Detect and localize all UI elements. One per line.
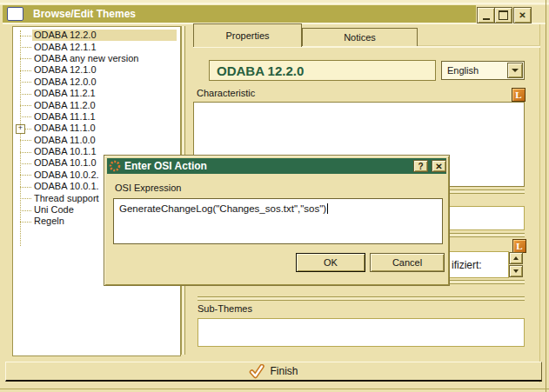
finish-button[interactable]: Finish [5,362,542,382]
chevron-up-icon [513,256,519,260]
language-value: English [447,65,479,76]
modified-label-fragment: ifiziert: [452,259,482,271]
osi-expression-input[interactable]: GenerateChangeLog("Changes_sos.txt","sos… [113,198,443,244]
close-button[interactable]: ✕ [513,7,532,23]
help-button[interactable]: ? [413,160,428,172]
tree-item[interactable]: ODABA 11.0.0 [13,135,177,146]
osi-expression-value: GenerateChangeLog("Changes_sos.txt","sos… [119,203,326,214]
language-badge-icon[interactable]: L [512,88,526,102]
osi-gear-icon [109,160,121,172]
text-caret [327,203,328,214]
spin-up-button[interactable] [509,252,523,264]
window-right-edge [539,24,540,382]
help-icon: ? [418,162,423,171]
language-combobox[interactable]: English [441,61,525,80]
finish-label: Finish [270,365,298,377]
theme-name-field[interactable]: ODABA 12.2.0 [209,60,436,81]
tree-item[interactable]: ODABA 11.1.1 [13,111,177,123]
dialog-titlebar: Enter OSI Action ? ✕ [107,158,446,174]
tab-properties[interactable]: Properties [193,23,302,47]
close-icon: ✕ [435,162,442,171]
chevron-down-icon [512,69,519,72]
checkmark-icon [249,364,264,379]
spin-down-button[interactable] [509,265,523,277]
window-bottom-border [0,389,549,389]
minimize-button[interactable] [477,7,495,23]
combo-dropdown-button[interactable] [507,63,523,78]
window-title: Browse/Edit Themes [33,5,136,23]
maximize-button[interactable] [494,7,512,23]
tree-item[interactable]: ODABA 12.2.0 [13,30,177,41]
date-spinner [509,252,523,277]
tree-item[interactable]: ODABA 12.1.0 [13,64,177,76]
titlebar: Browse/Edit Themes [3,5,476,23]
tree-item[interactable]: ODABA any new version [13,53,177,64]
cancel-button[interactable]: Cancel [370,253,445,272]
tree-item[interactable]: ODABA 12.1.1 [13,41,177,52]
window-top-highlight [0,3,549,4]
dialog-close-button[interactable]: ✕ [432,160,446,172]
characteristic-label: Characteristic [197,88,255,98]
tree-item[interactable]: ODABA 11.2.0 [13,99,177,110]
subthemes-input[interactable] [198,318,525,347]
chevron-down-icon [513,269,519,273]
dialog-title: Enter OSI Action [124,158,207,174]
subthemes-label: Sub-Themes [198,303,252,314]
enter-osi-action-dialog: Enter OSI Action ? ✕ OSI Expression Gene… [104,155,450,286]
tree-item[interactable]: ODABA 11.2.1 [13,88,177,99]
window-right-border [546,0,546,392]
section-separator [198,296,525,301]
ok-button[interactable]: OK [296,253,365,272]
tab-notices[interactable]: Notices [302,28,418,46]
window-icon[interactable] [7,7,23,21]
minimize-icon [483,18,490,20]
osi-expression-label: OSI Expression [115,183,181,193]
tree-item[interactable]: ODABA 12.0.0 [13,76,177,88]
tree-item[interactable]: + ODABA 11.1.0 [13,123,177,134]
language-badge-icon[interactable]: L [512,239,526,253]
app-window: Browse/Edit Themes ✕ ODABA 12.2.0 ODABA … [0,0,549,392]
close-icon: ✕ [519,10,526,20]
maximize-icon [499,10,508,20]
expand-icon[interactable]: + [16,124,25,134]
